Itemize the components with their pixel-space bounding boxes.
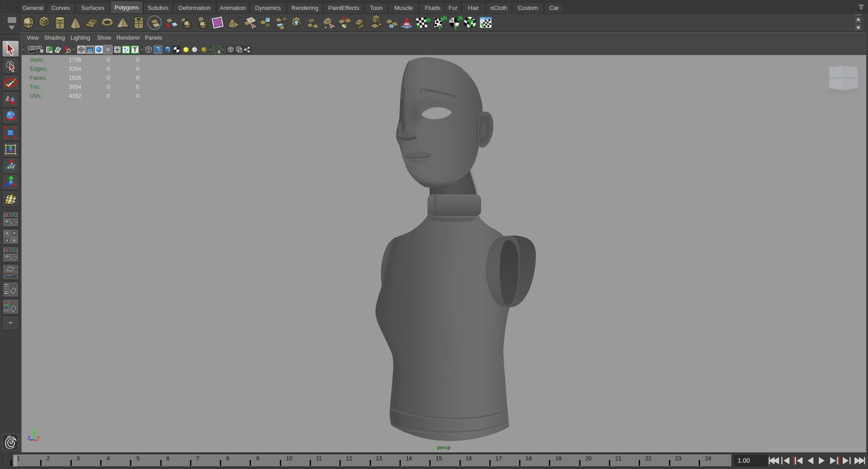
svg-text:z: z (27, 434, 31, 441)
svg-text:FRONT: FRONT (830, 76, 843, 80)
svg-text:persp: persp (437, 445, 450, 450)
svg-text:RIGHT: RIGHT (845, 76, 856, 80)
svg-text:y: y (32, 428, 36, 434)
svg-text:x: x (37, 434, 40, 441)
